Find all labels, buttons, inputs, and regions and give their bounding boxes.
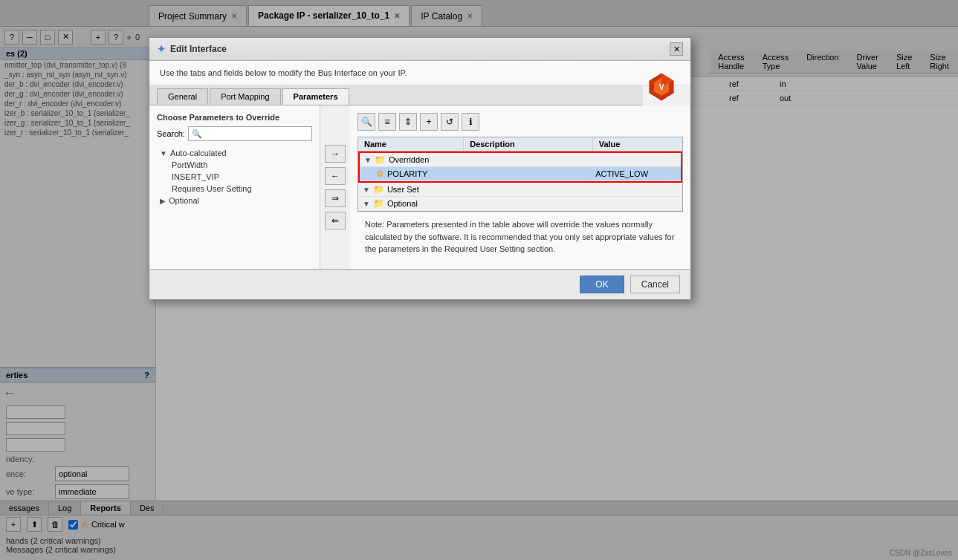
toolbar-collapse-btn[interactable]: ≡ [378,113,396,131]
gear-icon-polarity: ⚙ [376,169,384,179]
tree-item-auto-calculated[interactable]: ▼ Auto-calculated [157,147,312,159]
overridden-group-outline: ▼ 📁 Overridden ⚙ POLARITY ACTIVE_LOW [358,152,682,183]
note-text: Note: Parameters presented in the table … [365,220,674,253]
group-toggle-optional[interactable]: ▼ [363,200,370,208]
tree-label-insertvip: INSERT_VIP [172,172,219,181]
th-desc: Description [464,137,592,151]
dtab-port-mapping[interactable]: Port Mapping [210,88,280,105]
cell-polarity-desc [470,173,592,175]
param-table: Name Description Value ▼ 📁 Overridden ⚙ … [357,137,683,212]
tree-item-insert-vip[interactable]: INSERT_VIP [169,171,312,183]
optional-group: ▼ 📁 Optional [358,197,682,211]
group-label-overridden: Overridden [389,155,429,164]
group-row-optional: ▼ 📁 Optional [358,197,682,211]
group-folder-overridden: 📁 [375,154,386,165]
tree-item-optional[interactable]: ▶ Optional [157,195,312,206]
tree-label-auto: Auto-calculated [170,149,227,157]
dialog-description: Use the tabs and fields below to modify … [149,61,690,85]
transfer-buttons: → ← ⇒ ⇐ [320,105,350,269]
group-row-overridden: ▼ 📁 Overridden [360,153,681,167]
table-header: Name Description Value [358,137,682,152]
dtab-general[interactable]: General [157,88,208,105]
group-folder-optional: 📁 [373,198,384,209]
search-row: Search: [157,126,312,141]
dialog-title-icon: ✦ [157,43,166,55]
transfer-double-left-btn[interactable]: ⇐ [325,212,346,229]
transfer-right-btn[interactable]: → [325,145,346,163]
dtab-parameters[interactable]: Parameters [282,88,349,105]
search-label: Search: [157,129,185,138]
dialog-tabs: General Port Mapping Parameters [149,85,643,105]
th-name: Name [358,137,464,151]
group-label-optional: Optional [387,199,418,208]
dialog-close-button[interactable]: ✕ [670,42,683,56]
toolbar-add-btn[interactable]: + [420,113,438,131]
transfer-double-right-btn[interactable]: ⇒ [325,189,346,207]
tree-children-auto: PortWidth INSERT_VIP Requires User Setti… [157,159,312,195]
group-folder-userset: 📁 [373,184,384,195]
toolbar-info-btn[interactable]: ℹ [462,113,479,131]
tree-label-portwidth: PortWidth [172,160,207,169]
dialog-footer: OK Cancel [149,269,690,299]
edit-interface-dialog: ✦ Edit Interface ✕ Use the tabs and fiel… [149,37,691,300]
toolbar-refresh-btn[interactable]: ↺ [441,113,459,131]
choose-params-title: Choose Parameters to Override [157,113,312,122]
param-tree: ▼ Auto-calculated PortWidth INSERT_VIP R… [157,147,312,206]
search-input[interactable] [188,126,312,141]
tree-toggle-optional: ▶ [160,197,166,205]
tree-label-requiresuser: Requires User Setting [172,184,252,193]
dialog-titlebar: ✦ Edit Interface ✕ [149,38,690,61]
tree-item-portwidth[interactable]: PortWidth [169,159,312,171]
dialog-body: Choose Parameters to Override Search: ▼ … [149,105,690,269]
th-val: Value [593,137,682,151]
tree-item-requires-user-setting[interactable]: Requires User Setting [169,183,312,195]
transfer-left-btn[interactable]: ← [325,167,346,185]
table-row-polarity[interactable]: ⚙ POLARITY ACTIVE_LOW [360,167,681,181]
ok-button[interactable]: OK [580,276,624,293]
dialog-left-panel: Choose Parameters to Override Search: ▼ … [149,105,320,269]
dialog-title: ✦ Edit Interface [157,43,227,55]
group-label-userset: User Set [387,185,419,194]
right-panel-toolbar: 🔍 ≡ ⇕ + ↺ ℹ [357,113,683,131]
group-row-userset: ▼ 📁 User Set [358,183,682,197]
user-set-group: ▼ 📁 User Set [358,183,682,197]
cancel-button[interactable]: Cancel [630,276,680,293]
note-section: Note: Parameters presented in the table … [357,212,683,261]
cell-polarity-val: ACTIVE_LOW [592,169,676,179]
vivado-logo: V [643,68,680,105]
toolbar-search-btn[interactable]: 🔍 [357,113,375,131]
dialog-title-text: Edit Interface [170,44,227,54]
group-toggle-overridden[interactable]: ▼ [364,156,372,164]
dialog-desc-text: Use the tabs and fields below to modify … [160,68,407,77]
tree-label-optional: Optional [169,196,199,205]
dialog-right-panel: 🔍 ≡ ⇕ + ↺ ℹ Name Description Value ▼ [350,105,690,269]
group-toggle-userset[interactable]: ▼ [363,186,370,194]
tree-toggle-auto: ▼ [160,149,167,157]
toolbar-expand-btn[interactable]: ⇕ [399,113,417,131]
cell-polarity-name: ⚙ POLARITY [364,169,470,179]
svg-text:V: V [659,83,664,91]
